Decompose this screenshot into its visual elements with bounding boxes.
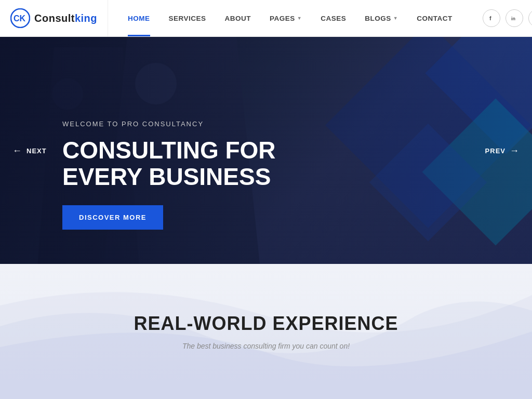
- lower-content: REAL-WORLD EXPERIENCE The best business …: [134, 313, 398, 350]
- hero-title-line2: EVERY BUSINESS: [62, 163, 271, 190]
- logo[interactable]: CK Consultking: [0, 0, 108, 36]
- hero-prev-button[interactable]: PREV →: [485, 145, 520, 156]
- social-icons: f in t: [472, 9, 532, 27]
- facebook-icon[interactable]: f: [483, 9, 500, 27]
- hero-title-line1: CONSULTING FOR: [62, 137, 276, 164]
- discover-more-button[interactable]: DISCOVER MORE: [62, 205, 163, 230]
- svg-text:CK: CK: [14, 14, 26, 23]
- logo-text: Consultking: [34, 12, 97, 24]
- twitter-icon[interactable]: t: [528, 9, 532, 27]
- nav-item-contact[interactable]: CONTACT: [407, 0, 462, 36]
- svg-text:f: f: [489, 15, 491, 21]
- nav-links: HOME SERVICES ABOUT PAGES ▼ CASES BLOGS …: [108, 0, 472, 36]
- hero-next-button[interactable]: ← NEXT: [12, 145, 47, 156]
- arrow-left-icon: ←: [12, 145, 22, 156]
- nav-item-services[interactable]: SERVICES: [159, 0, 216, 36]
- next-label: NEXT: [26, 147, 47, 154]
- nav-item-blogs[interactable]: BLOGS ▼: [355, 0, 407, 36]
- lower-section: REAL-WORLD EXPERIENCE The best business …: [0, 264, 532, 399]
- section-subtitle: The best business consulting firm you ca…: [134, 342, 398, 350]
- nav-item-cases[interactable]: CASES: [311, 0, 355, 36]
- arrow-right-icon: →: [510, 145, 520, 156]
- nav-item-home[interactable]: HOME: [118, 0, 159, 36]
- section-title: REAL-WORLD EXPERIENCE: [134, 313, 398, 335]
- logo-icon: CK: [10, 8, 30, 28]
- linkedin-icon[interactable]: in: [506, 9, 523, 27]
- hero-content: WELCOME TO PRO CONSULTANCY CONSULTING FO…: [62, 120, 276, 230]
- blogs-dropdown-arrow: ▼: [393, 16, 398, 21]
- hero-section: WELCOME TO PRO CONSULTANCY CONSULTING FO…: [0, 37, 532, 264]
- hero-title: CONSULTING FOR EVERY BUSINESS: [62, 137, 276, 190]
- navbar: CK Consultking HOME SERVICES ABOUT PAGES…: [0, 0, 532, 37]
- hero-subtitle: WELCOME TO PRO CONSULTANCY: [62, 120, 276, 128]
- pages-dropdown-arrow: ▼: [297, 16, 302, 21]
- prev-label: PREV: [485, 147, 506, 154]
- svg-text:in: in: [511, 16, 515, 21]
- nav-item-pages[interactable]: PAGES ▼: [260, 0, 311, 36]
- nav-item-about[interactable]: ABOUT: [216, 0, 261, 36]
